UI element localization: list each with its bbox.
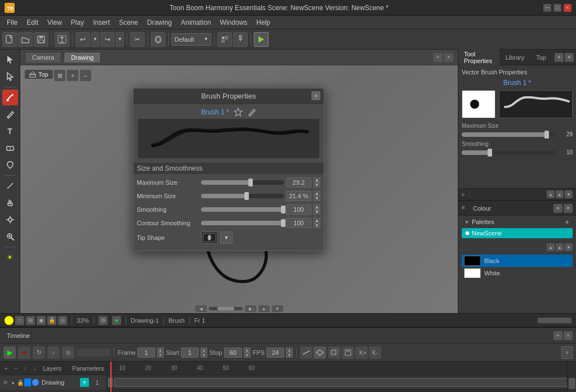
layer-color-icon[interactable]	[24, 379, 31, 386]
start-input[interactable]	[181, 348, 199, 358]
rigging-button[interactable]	[233, 32, 248, 47]
scroll-down-button[interactable]: ▼	[272, 305, 283, 312]
panel-smoothing-slider[interactable]	[462, 150, 556, 155]
onion-tl-button[interactable]: ◎	[62, 346, 74, 359]
close-view-button[interactable]: ×	[444, 53, 453, 62]
timeline-scrollbar[interactable]	[567, 362, 576, 392]
min-size-slider[interactable]	[201, 194, 284, 198]
brush-dialog-close-button[interactable]: ×	[311, 91, 320, 100]
nav-down-button[interactable]: ▼	[565, 190, 573, 198]
scroll-up-button[interactable]: ▲	[258, 305, 270, 312]
colour-row-white[interactable]: White	[462, 267, 573, 279]
export-button[interactable]	[55, 32, 69, 47]
paint-tool-button[interactable]	[2, 157, 18, 173]
new-scene-button[interactable]	[2, 32, 17, 47]
smoothing-slider[interactable]	[201, 207, 284, 212]
draw-mode-button[interactable]	[300, 346, 312, 359]
stop-up-button[interactable]: ▲	[244, 348, 251, 353]
layer-lock-icon[interactable]: 🔒	[17, 379, 24, 386]
min-size-up-button[interactable]: ▲	[314, 191, 320, 196]
menu-view[interactable]: View	[43, 17, 66, 28]
menu-play[interactable]: Play	[66, 17, 88, 28]
timeline-close-button[interactable]: ×	[564, 331, 573, 340]
h-scrollbar[interactable]	[209, 307, 243, 310]
crosshair-button[interactable]: +	[67, 70, 78, 81]
layer-visible-icon[interactable]: 👁	[2, 379, 9, 386]
colour-panel-add-button[interactable]: +	[553, 204, 562, 213]
smoothing-slider-container[interactable]	[201, 207, 284, 212]
camera-tab[interactable]: Camera	[25, 52, 61, 63]
stop-input[interactable]	[224, 348, 242, 358]
keyframe-button[interactable]	[314, 346, 326, 359]
timeline-add-button[interactable]: +	[553, 331, 562, 340]
workspace-dropdown[interactable]: Default ▼	[172, 33, 211, 46]
timeline-scroll-thumb[interactable]	[569, 378, 575, 389]
palettes-collapse-icon[interactable]: ▼	[464, 219, 470, 225]
colour-nav-up-button[interactable]: ▲	[547, 243, 555, 251]
colour-nav-down-button[interactable]: ▼	[565, 243, 573, 251]
loop-button[interactable]: ↻	[33, 346, 45, 359]
undo-dropdown[interactable]: ▼	[91, 32, 99, 47]
light-button[interactable]	[5, 316, 14, 325]
frame-up-button[interactable]: ▲	[157, 348, 164, 353]
menu-file[interactable]: File	[2, 17, 22, 28]
top-tab[interactable]: Top	[530, 52, 552, 63]
sound-button[interactable]: ♪	[47, 346, 60, 359]
layer-add-icon[interactable]: +	[2, 364, 10, 372]
smoothing-down-button[interactable]: ▼	[314, 210, 320, 215]
text-tool-button[interactable]: T	[2, 123, 18, 139]
record-button[interactable]: ●	[18, 346, 30, 359]
measure-button[interactable]: ↔	[80, 70, 91, 81]
layer-remove-icon[interactable]: −	[12, 364, 20, 372]
collapse-icon[interactable]: ≡	[462, 191, 465, 198]
play-button[interactable]: ▶	[3, 346, 16, 359]
start-up-button[interactable]: ▲	[200, 348, 207, 353]
panel-close-button[interactable]: ×	[565, 53, 574, 62]
colour-row-black[interactable]: Black	[462, 255, 573, 267]
add-key-button[interactable]: K+	[355, 346, 368, 359]
line-tool-button[interactable]	[2, 178, 18, 194]
add-view-button[interactable]: +	[434, 53, 443, 62]
scroll-left-button[interactable]: ◀	[195, 305, 207, 312]
brush-tool-button[interactable]	[2, 90, 18, 105]
pencil-tool-button[interactable]	[2, 106, 18, 122]
nav-up2-button[interactable]: ▲	[556, 190, 564, 198]
library-tab[interactable]: Library	[500, 52, 531, 63]
menu-scene[interactable]: Scene	[114, 17, 142, 28]
tool-properties-tab[interactable]: Tool Properties	[458, 48, 500, 66]
layer-move-up-icon[interactable]: ↑	[21, 364, 29, 372]
colour-panel-close-button[interactable]: ×	[564, 204, 573, 213]
canvas-content[interactable]: Top ⊞ + ↔	[20, 65, 458, 313]
layer-row[interactable]: 👁 ● 🔒 Drawing + 1	[0, 375, 106, 390]
paste-key-button[interactable]	[342, 346, 354, 359]
scrubber-bar[interactable]	[77, 349, 110, 357]
fps-up-button[interactable]: ▲	[286, 348, 293, 353]
max-size-slider-container[interactable]	[201, 180, 284, 185]
panel-max-size-slider[interactable]	[462, 132, 556, 137]
colour-nav-up2-button[interactable]: ▲	[556, 243, 564, 251]
timeline-tab[interactable]: Timeline	[0, 330, 37, 341]
eraser-tool-button[interactable]	[2, 140, 18, 156]
start-down-button[interactable]: ▼	[200, 353, 207, 358]
min-size-down-button[interactable]: ▼	[314, 196, 320, 201]
grid-button[interactable]: ⊞	[54, 70, 65, 81]
smoothing-control-row[interactable]: 10	[462, 149, 573, 155]
max-size-stepper[interactable]: ▲ ▼	[314, 177, 320, 188]
drawing-tab[interactable]: Drawing	[64, 52, 101, 63]
window-controls[interactable]: ─ □ ×	[543, 4, 571, 12]
fps-down-button[interactable]: ▼	[286, 353, 293, 358]
minimize-button[interactable]: ─	[543, 4, 551, 12]
layer-add-cell-button[interactable]: +	[80, 378, 89, 387]
redo-button[interactable]: ↪	[100, 32, 115, 47]
copy-key-button[interactable]	[328, 346, 341, 359]
remove-key-button[interactable]: K-	[369, 346, 381, 359]
tip-shape-dropdown-button[interactable]: ▼	[220, 231, 233, 244]
scroll-right-button[interactable]: ▶	[245, 305, 256, 312]
panel-add-button[interactable]: +	[555, 53, 564, 62]
contour-smoothing-stepper[interactable]: ▲ ▼	[314, 218, 320, 228]
max-size-control-row[interactable]: 29	[462, 131, 573, 137]
lock-button[interactable]: 🔒	[47, 316, 56, 325]
menu-drawing[interactable]: Drawing	[142, 17, 176, 28]
max-size-down-button[interactable]: ▼	[314, 182, 320, 188]
save-button[interactable]	[34, 32, 48, 47]
